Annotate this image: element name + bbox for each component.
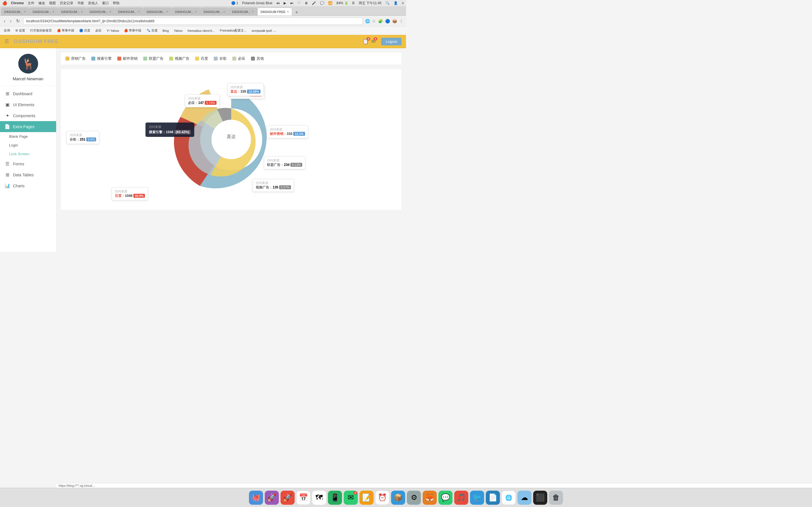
brand-label: DASHGUM FREE [14, 39, 359, 45]
extra-pages-label: Extra Pages [13, 124, 35, 129]
history-menu[interactable]: 历史记录 [60, 1, 73, 6]
tab-2[interactable]: DASHGUM...✕ [58, 8, 86, 15]
bm-freeradius2[interactable]: Freeradius配置文... [218, 28, 248, 33]
refresh-button[interactable]: ↻ [15, 18, 21, 24]
legend-item-gu-ge: 谷歌 [214, 56, 227, 61]
sidebar-item-ui-elements[interactable]: ▣ UI Elements [0, 99, 56, 110]
legend-color-baidu [195, 57, 199, 61]
wechat-icon: 🔵 1 [231, 1, 238, 5]
tab-3[interactable]: DASHGUM...✕ [87, 8, 115, 15]
sidebar: 🦌 Marcel Newman ⊞ Dashboard ▣ UI Element… [0, 48, 56, 252]
bm-freeradius1[interactable]: freeradius client,fr... [186, 29, 216, 33]
message-badge: 5 [373, 37, 377, 41]
forms-label: Forms [13, 162, 24, 166]
play-btn[interactable]: ▶ [284, 1, 286, 5]
bm-apps[interactable]: 应用 [2, 28, 12, 33]
extension3-icon[interactable]: 📦 [392, 19, 397, 23]
extension2-icon[interactable]: 🔵 [385, 19, 390, 23]
chart-area: 直达 访问来源 搜索引擎：1548 (60.42%) 访问来源 其他：102 3… [61, 69, 402, 210]
logout-button[interactable]: Logout [381, 38, 402, 45]
back-button[interactable]: ‹ [3, 18, 6, 24]
legend-item-shipin: 视频广告 [169, 56, 190, 61]
tab-1[interactable]: DASHGUM...✕ [30, 8, 58, 15]
bm-yahoo2[interactable]: Yahoo [172, 29, 185, 33]
new-tab-button[interactable]: + [294, 10, 300, 15]
song-title: Polaroid-Jonas Blue [242, 1, 272, 5]
legend-color-shipin [169, 57, 173, 61]
sidebar-item-components[interactable]: ✦ Components [0, 110, 56, 121]
tab-active[interactable]: DASHGUM FREE✕ [257, 8, 292, 15]
data-tables-label: Data Tables [13, 173, 34, 177]
tab-6[interactable]: DASHGUM...✕ [172, 8, 200, 15]
chrome-menu[interactable]: Chrome [11, 1, 24, 5]
sidebar-item-charts[interactable]: 📊 Charts [0, 180, 56, 191]
tab-7[interactable]: DASHGUM...✕ [200, 8, 229, 15]
components-label: Components [13, 114, 35, 118]
blog-icon: B [352, 1, 355, 5]
bm-settings[interactable]: ⚙ 设置 [13, 28, 27, 33]
sidebar-item-lock-screen[interactable]: Lock Screen [0, 150, 56, 158]
bm-newtab[interactable]: 打开新的标签页 [29, 28, 54, 33]
sidebar-item-dashboard[interactable]: ⊞ Dashboard [0, 88, 56, 99]
sidebar-item-login[interactable]: Login [0, 141, 56, 150]
browser-tabs: DASHGUM...✕ DASHGUM...✕ DASHGUM...✕ DASH… [0, 6, 406, 16]
help-menu[interactable]: 帮助 [113, 1, 119, 6]
bm-baidu[interactable]: 🔵 百度 [78, 28, 92, 33]
apple-menu[interactable]: 🍎 [2, 1, 7, 5]
bm-yahoo[interactable]: Y! Yahoo [105, 29, 121, 33]
legend-label-youjian: 邮件营销 [123, 56, 138, 61]
file-menu[interactable]: 文件 [28, 1, 35, 6]
legend-item-lianmeng: 联盟广告 [143, 56, 163, 61]
control-strip: ≡ [402, 1, 404, 5]
bm-snmp[interactable]: snmpwalk ipv6 -... [250, 29, 278, 33]
view-menu[interactable]: 视图 [49, 1, 56, 6]
people-menu[interactable]: 其他人 [88, 1, 98, 6]
ui-elements-icon: ▣ [4, 102, 10, 107]
sidebar-item-data-tables[interactable]: ⊞ Data Tables [0, 169, 56, 180]
legend-color-biying [232, 57, 236, 61]
url-input[interactable] [23, 17, 363, 25]
next-track[interactable]: ⏭ [290, 1, 294, 5]
hamburger-icon[interactable]: ☰ [4, 38, 9, 45]
sidebar-item-blank-page[interactable]: Blank Page [0, 132, 56, 141]
bookmark-icon[interactable]: ☆ [372, 19, 376, 23]
notifications-button[interactable]: 📋 4 [362, 38, 368, 45]
siri-icon[interactable]: 🔍 [386, 1, 390, 5]
legend-label-shipin: 视频广告 [175, 56, 190, 61]
legend-label-baidu: 百度 [201, 56, 208, 61]
bm-biying[interactable]: 必应 [94, 28, 103, 33]
profile-name: Marcel Newman [13, 76, 43, 81]
translate-icon[interactable]: 🌐 [365, 19, 370, 23]
legend-label-sousuoyinqing: 搜索引擎 [97, 56, 112, 61]
legend-item-yingxiao: 营销广告 [65, 56, 86, 61]
tab-8[interactable]: DASHGUM...✕ [229, 8, 257, 15]
tab-0[interactable]: DASHGUM...✕ [1, 8, 29, 15]
battery: 84% 🔋 [336, 1, 348, 5]
chart-legend: 营销广告 搜索引擎 邮件营销 联盟广告 [61, 53, 402, 64]
sidebar-item-forms[interactable]: ☰ Forms [0, 158, 56, 169]
heart-icon[interactable]: ♡ [297, 1, 301, 5]
tooltip-zhida: 访问来源 直达：335 13.08% [227, 83, 264, 96]
extension1-icon[interactable]: 🧩 [378, 19, 383, 23]
messages-button[interactable]: ✉ 5 [371, 38, 375, 45]
tab-5[interactable]: DASHGUM...✕ [144, 8, 172, 15]
edit-menu[interactable]: 修改 [38, 1, 45, 6]
bm-apple[interactable]: 🍎 苹果中国 [55, 28, 76, 33]
avatar: 🦌 [18, 54, 38, 73]
bm-bing[interactable]: Bing [161, 29, 170, 33]
legend-color-lianmeng [143, 57, 147, 61]
sidebar-item-extra-pages[interactable]: 📄 Extra Pages [0, 121, 56, 132]
legend-label-lianmeng: 联盟广告 [149, 56, 163, 61]
tooltip-lianmeng: 访问来源 联盟广告：234 9.13% [264, 156, 305, 169]
prev-track[interactable]: ⏮ [276, 1, 280, 5]
tab-4[interactable]: DASHGUM...✕ [115, 8, 143, 15]
bm-apple2[interactable]: 🍎 苹果中国 [122, 28, 143, 33]
bm-baidu2[interactable]: 🐾 百度 [145, 28, 159, 33]
legend-item-baidu: 百度 [195, 56, 208, 61]
window-menu[interactable]: 窗口 [102, 1, 109, 6]
bookmarks-menu[interactable]: 书签 [77, 1, 84, 6]
lock-screen-label: Lock Screen [9, 152, 29, 156]
browser-toolbar-icons: 🌐 ☆ 🧩 🔵 📦 ⋮ [365, 19, 403, 23]
more-icon[interactable]: ⋮ [399, 19, 403, 23]
forward-button[interactable]: › [9, 18, 12, 24]
